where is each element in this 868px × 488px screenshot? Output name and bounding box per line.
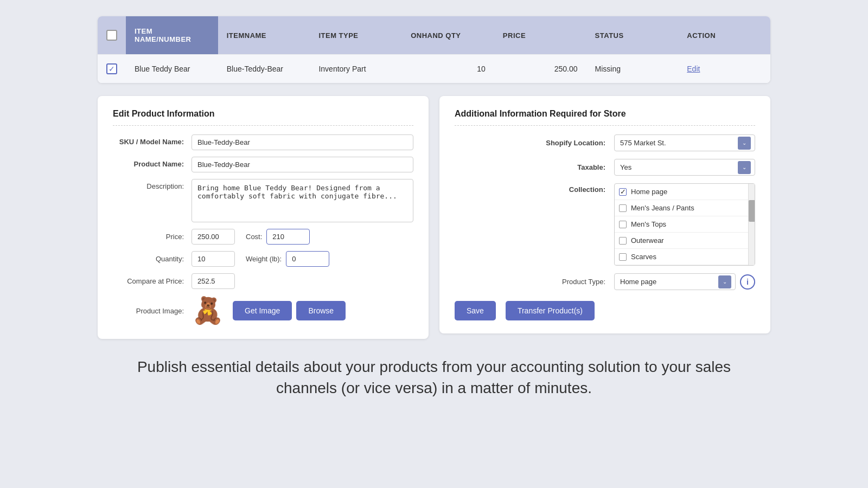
taxable-row: Taxable: Yes ⌄ xyxy=(455,159,755,176)
shopify-location-wrapper: 575 Market St. ⌄ xyxy=(614,134,755,151)
product-name-row: Product Name: xyxy=(113,157,413,172)
collection-scrollbar-thumb xyxy=(749,200,755,222)
price-input[interactable] xyxy=(192,229,235,245)
taxable-select[interactable]: Yes xyxy=(614,159,755,176)
product-name-input[interactable] xyxy=(192,157,413,172)
price-label: Price: xyxy=(113,233,192,241)
collection-item-0[interactable]: ✓ Home page xyxy=(615,184,755,200)
col-status: STATUS xyxy=(586,21,679,50)
col-item-type: ITEM TYPE xyxy=(310,21,402,50)
product-type-wrapper: Home page ⌄ i xyxy=(614,273,755,290)
collection-item-4[interactable]: Scarves xyxy=(615,249,755,265)
quantity-weight-row: Quantity: Weight (lb): xyxy=(113,251,413,267)
collection-row: Collection: ▲ ✓ Home page Men's Jeans / … xyxy=(455,183,755,266)
col-action: ACTION xyxy=(678,21,770,50)
product-image-label: Product Image: xyxy=(113,307,192,315)
collection-item-1[interactable]: Men's Jeans / Pants xyxy=(615,200,755,216)
product-type-row: Product Type: Home page ⌄ i xyxy=(455,273,755,290)
col-onhand-qty: ONHAND QTY xyxy=(402,21,494,50)
bottom-tagline: Publish essential details about your pro… xyxy=(136,356,732,399)
row-onhand-qty: 10 xyxy=(402,56,494,82)
description-row: Description: Bring home Blue Teddy Bear!… xyxy=(113,179,413,222)
sku-row: SKU / Model Name: xyxy=(113,134,413,150)
row-checkbox[interactable]: ✓ xyxy=(106,63,117,74)
col-item-name: ITEM NAME/NUMBER xyxy=(126,16,218,54)
collection-checkbox-0[interactable]: ✓ xyxy=(619,188,627,196)
table-row: ✓ Blue Teddy Bear Blue-Teddy-Bear Invent… xyxy=(98,54,770,83)
collection-item-label-1: Men's Jeans / Pants xyxy=(631,204,694,212)
right-panel: Additional Information Required for Stor… xyxy=(439,96,770,333)
shopify-location-row: Shopify Location: 575 Market St. ⌄ xyxy=(455,134,755,151)
collection-label: Collection: xyxy=(535,183,605,194)
save-button[interactable]: Save xyxy=(455,301,496,320)
collection-checkbox-1[interactable] xyxy=(619,204,627,212)
collection-item-label-2: Men's Tops xyxy=(631,220,666,228)
row-item-name: Blue Teddy Bear xyxy=(126,56,218,82)
info-button[interactable]: i xyxy=(740,274,755,290)
row-item-name-slug: Blue-Teddy-Bear xyxy=(218,56,310,82)
panels-row: Edit Product Information SKU / Model Nam… xyxy=(98,96,770,339)
row-price: 250.00 xyxy=(494,56,586,82)
collection-checkbox-4[interactable] xyxy=(619,253,627,261)
row-checkbox-cell: ✓ xyxy=(98,55,126,83)
quantity-input[interactable] xyxy=(192,251,235,267)
collection-item-3[interactable]: Outerwear xyxy=(615,233,755,249)
weight-input[interactable] xyxy=(286,251,329,267)
collection-list: ▲ ✓ Home page Men's Jeans / Pants Men's … xyxy=(614,183,755,266)
row-item-type: Inventory Part xyxy=(310,56,402,82)
sku-label: SKU / Model Name: xyxy=(113,134,192,146)
shopify-location-label: Shopify Location: xyxy=(535,139,605,147)
product-type-select-wrapper: Home page ⌄ xyxy=(614,273,736,290)
compare-price-row: Compare at Price: xyxy=(113,273,413,289)
product-type-label: Product Type: xyxy=(535,278,605,286)
cost-label: Cost: xyxy=(246,233,262,241)
compare-at-price-input[interactable] xyxy=(192,273,235,289)
col-itemname: ITEMNAME xyxy=(218,21,310,50)
collection-scrollbar[interactable] xyxy=(748,184,755,265)
right-panel-buttons: Save Transfer Product(s) xyxy=(455,301,755,320)
sku-input[interactable] xyxy=(192,134,413,150)
get-image-button[interactable]: Get Image xyxy=(233,301,292,320)
product-name-label: Product Name: xyxy=(113,157,192,168)
taxable-wrapper: Yes ⌄ xyxy=(614,159,755,176)
cost-input[interactable] xyxy=(266,229,310,245)
product-image-row: Product Image: 🧸 Get Image Browse xyxy=(113,296,413,326)
transfer-products-button[interactable]: Transfer Product(s) xyxy=(506,301,595,320)
description-label: Description: xyxy=(113,179,192,190)
row-status: Missing xyxy=(586,56,679,82)
weight-label: Weight (lb): xyxy=(246,255,282,263)
right-panel-title: Additional Information Required for Stor… xyxy=(455,109,755,126)
shopify-location-select[interactable]: 575 Market St. xyxy=(614,134,755,151)
collection-item-2[interactable]: Men's Tops xyxy=(615,216,755,233)
collection-checkbox-2[interactable] xyxy=(619,221,627,228)
browse-button[interactable]: Browse xyxy=(296,301,346,320)
header-checkbox[interactable] xyxy=(106,30,117,41)
teddy-bear-icon: 🧸 xyxy=(192,296,224,326)
description-textarea[interactable]: Bring home Blue Teddy Bear! Designed fro… xyxy=(192,179,413,222)
collection-item-label-0: Home page xyxy=(631,188,667,196)
compare-at-price-label: Compare at Price: xyxy=(113,277,192,285)
quantity-label: Quantity: xyxy=(113,255,192,263)
collection-item-label-3: Outerwear xyxy=(631,236,664,245)
header-checkbox-cell xyxy=(98,19,126,52)
left-panel: Edit Product Information SKU / Model Nam… xyxy=(98,96,429,339)
price-cost-row: Price: Cost: xyxy=(113,229,413,245)
collection-checkbox-3[interactable] xyxy=(619,237,627,245)
collection-item-label-4: Scarves xyxy=(631,253,656,261)
product-type-select[interactable]: Home page xyxy=(614,273,736,290)
table-header: ITEM NAME/NUMBER ITEMNAME ITEM TYPE ONHA… xyxy=(98,16,770,54)
inventory-table: ITEM NAME/NUMBER ITEMNAME ITEM TYPE ONHA… xyxy=(98,16,770,83)
taxable-label: Taxable: xyxy=(535,163,605,171)
left-panel-title: Edit Product Information xyxy=(113,109,413,126)
col-price: PRICE xyxy=(494,21,586,50)
row-edit-link[interactable]: Edit xyxy=(678,56,770,82)
